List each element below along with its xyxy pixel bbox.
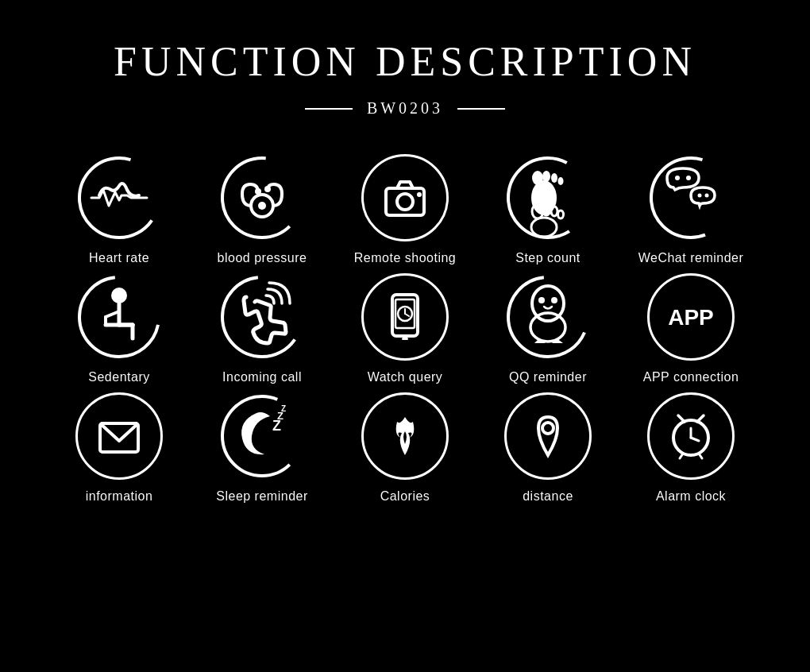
svg-rect-40 xyxy=(402,338,408,340)
svg-line-39 xyxy=(405,314,409,316)
watch-query-label: Watch query xyxy=(368,370,443,384)
svg-line-31 xyxy=(106,311,119,317)
svg-text:Z: Z xyxy=(281,404,286,413)
svg-line-58 xyxy=(680,454,683,458)
icon-item-watch-query: Watch query xyxy=(334,273,476,384)
svg-point-12 xyxy=(551,173,557,183)
calories-label: Calories xyxy=(380,489,430,504)
sedentary-icon xyxy=(75,273,163,361)
app-icon: APP xyxy=(665,292,716,342)
blood-pressure-icon xyxy=(218,154,306,241)
icon-item-heart-rate: Heart rate xyxy=(48,154,191,265)
svg-point-52 xyxy=(542,423,554,434)
svg-point-8 xyxy=(417,192,422,197)
svg-point-22 xyxy=(686,176,691,180)
icon-item-sleep-reminder: Z Z Z Sleep reminder xyxy=(191,392,334,504)
icon-item-app-connection: APP APP connection xyxy=(619,273,762,384)
remote-shooting-circle xyxy=(361,154,449,241)
phone-icon xyxy=(218,273,306,361)
incoming-call-circle xyxy=(218,273,306,361)
app-circle: APP xyxy=(647,273,735,361)
subtitle-line-right xyxy=(457,108,505,110)
heart-rate-icon xyxy=(75,154,163,241)
svg-line-56 xyxy=(678,415,685,422)
information-circle xyxy=(75,392,163,480)
information-label: information xyxy=(86,489,153,504)
qq-reminder-label: QQ reminder xyxy=(509,370,587,384)
wechat-reminder-label: WeChat reminder xyxy=(638,251,744,265)
sedentary-circle xyxy=(75,273,163,361)
svg-point-19 xyxy=(531,218,557,237)
camera-icon xyxy=(380,172,430,223)
svg-line-59 xyxy=(699,454,702,458)
alarm-icon xyxy=(665,411,716,462)
svg-point-18 xyxy=(558,210,564,218)
icon-item-information: information xyxy=(48,392,191,504)
location-icon xyxy=(523,411,573,462)
fire-icon xyxy=(380,411,430,462)
sedentary-label: Sedentary xyxy=(88,370,149,384)
watch-query-circle xyxy=(361,273,449,361)
svg-point-33 xyxy=(222,277,302,357)
heart-rate-circle xyxy=(75,154,163,241)
icon-item-incoming-call: Incoming call xyxy=(191,273,334,384)
remote-shooting-label: Remote shooting xyxy=(354,251,456,265)
blood-pressure-circle xyxy=(218,154,306,241)
svg-point-45 xyxy=(551,297,557,303)
subtitle-line-left xyxy=(305,108,353,110)
subtitle-text: BW0203 xyxy=(367,99,443,118)
icons-grid: Heart rate blood pressure xyxy=(48,154,762,504)
icon-item-qq-reminder: QQ reminder xyxy=(476,273,619,384)
subtitle-row: BW0203 xyxy=(305,99,505,118)
watch-icon xyxy=(380,292,430,342)
icon-item-blood-pressure: blood pressure xyxy=(191,154,334,265)
svg-point-24 xyxy=(705,194,709,198)
svg-line-55 xyxy=(691,438,699,441)
svg-point-48 xyxy=(222,396,302,476)
heart-rate-label: Heart rate xyxy=(89,251,149,265)
icon-item-alarm-clock: Alarm clock xyxy=(619,392,762,504)
footprint-icon xyxy=(504,154,592,241)
qq-circle xyxy=(504,273,592,361)
svg-point-41 xyxy=(508,277,588,357)
alarm-clock-label: Alarm clock xyxy=(656,489,726,504)
step-count-label: Step count xyxy=(515,251,580,265)
distance-circle xyxy=(504,392,592,480)
svg-point-3 xyxy=(258,202,266,210)
svg-line-57 xyxy=(697,415,704,422)
svg-text:APP: APP xyxy=(668,305,714,330)
svg-point-4 xyxy=(255,188,261,195)
blood-pressure-label: blood pressure xyxy=(218,251,307,265)
svg-point-21 xyxy=(675,176,680,180)
icon-item-calories: Calories xyxy=(334,392,476,504)
icon-item-distance: distance xyxy=(476,392,619,504)
svg-point-13 xyxy=(558,177,564,185)
distance-label: distance xyxy=(523,489,573,504)
app-connection-label: APP connection xyxy=(643,370,739,384)
incoming-call-label: Incoming call xyxy=(222,370,302,384)
svg-point-1 xyxy=(222,158,302,238)
alarm-circle xyxy=(647,392,735,480)
svg-point-43 xyxy=(530,313,565,342)
svg-point-26 xyxy=(111,288,127,303)
svg-point-23 xyxy=(698,194,702,198)
wechat-icon xyxy=(647,154,735,241)
step-count-circle xyxy=(504,154,592,241)
page-title: FUNCTION DESCRIPTION xyxy=(114,38,696,85)
qq-icon xyxy=(504,273,592,361)
icon-item-remote-shooting: Remote shooting xyxy=(334,154,476,265)
sleep-reminder-label: Sleep reminder xyxy=(216,489,308,504)
icon-item-sedentary: Sedentary xyxy=(48,273,191,384)
envelope-icon xyxy=(94,411,145,462)
sleep-icon: Z Z Z xyxy=(218,392,306,480)
wechat-circle xyxy=(647,154,735,241)
svg-point-5 xyxy=(264,186,271,192)
svg-point-44 xyxy=(538,297,545,303)
calories-circle xyxy=(361,392,449,480)
icon-item-step-count: Step count xyxy=(476,154,619,265)
sleep-circle: Z Z Z xyxy=(218,392,306,480)
svg-point-7 xyxy=(397,194,413,210)
icon-item-wechat-reminder: WeChat reminder xyxy=(619,154,762,265)
svg-point-11 xyxy=(542,171,550,182)
